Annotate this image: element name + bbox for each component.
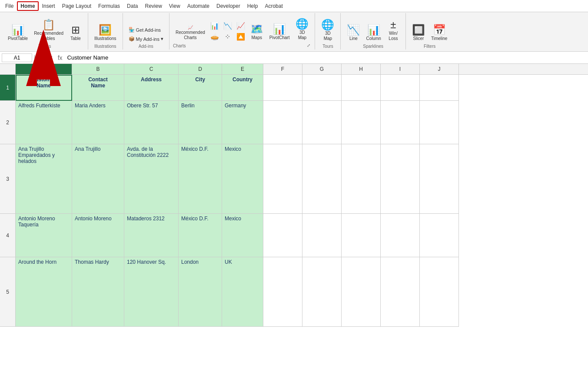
menu-formulas[interactable]: Formulas [95,2,123,10]
cell-i5[interactable] [381,257,420,327]
cell-j1[interactable] [420,75,459,101]
menu-acrobat[interactable]: Acrobat [261,2,286,10]
area-chart-button[interactable]: 📈 [235,21,247,31]
cell-g1[interactable] [302,75,342,101]
cell-e4[interactable]: Mexico [222,214,263,257]
column-sparkline-button[interactable]: 📊 Column [363,23,383,43]
pivottable-button[interactable]: 📊 PivotTable [5,23,30,43]
cell-g3[interactable] [302,144,342,214]
cell-j2[interactable] [420,101,459,144]
bar-chart-button[interactable]: 📊 [209,21,221,31]
menu-developer[interactable]: Developer [213,2,244,10]
cell-h3[interactable] [342,144,381,214]
cell-h5[interactable] [342,257,381,327]
confirm-formula-button[interactable]: ✓ [47,54,55,61]
cell-a5[interactable]: Around the Horn [16,257,72,327]
waterfall-chart-button[interactable]: 🔼 [235,32,247,42]
get-addins-button[interactable]: 🏪 Get Add-ins [126,26,166,34]
cell-c2[interactable]: Obere Str. 57 [124,101,179,144]
col-header-a[interactable]: A [16,64,72,74]
slicer-button[interactable]: 🔲 Slicer [409,23,428,43]
cell-f5[interactable] [263,257,302,327]
name-box[interactable] [2,53,32,62]
cell-d1[interactable]: City [179,75,222,101]
cell-a1[interactable]: CustomerName [16,75,72,101]
col-header-f[interactable]: F [263,64,302,74]
col-header-h[interactable]: H [342,64,381,74]
row-num-5[interactable]: 5 [0,257,16,327]
illustrations-button[interactable]: 🖼️ Illustrations [92,23,119,43]
menu-view[interactable]: View [166,2,184,10]
cell-i4[interactable] [381,214,420,257]
col-header-g[interactable]: G [302,64,342,74]
row-num-1[interactable]: 1 [0,75,16,101]
pie-chart-button[interactable]: 🥧 [209,32,221,42]
cell-h4[interactable] [342,214,381,257]
table-button[interactable]: ⊞ Table [67,23,84,43]
menu-insert[interactable]: Insert [39,2,59,10]
cell-c1[interactable]: Address [124,75,179,101]
cell-f2[interactable] [263,101,302,144]
cancel-formula-button[interactable]: ✕ [37,54,45,61]
cell-i3[interactable] [381,144,420,214]
timeline-button[interactable]: 📅 Timeline [429,23,450,43]
cell-a3[interactable]: Ana Trujillo Emparedados y helados [16,144,72,214]
menu-file[interactable]: File [2,2,17,10]
cell-g2[interactable] [302,101,342,144]
cell-j5[interactable] [420,257,459,327]
cell-f4[interactable] [263,214,302,257]
cell-b5[interactable]: Thomas Hardy [72,257,124,327]
col-header-e[interactable]: E [222,64,263,74]
menu-page-layout[interactable]: Page Layout [59,2,95,10]
cell-f3[interactable] [263,144,302,214]
cell-c3[interactable]: Avda. de la Constitución 2222 [124,144,179,214]
scatter-chart-button[interactable]: ⁘ [222,32,234,42]
menu-data[interactable]: Data [123,2,141,10]
row-num-4[interactable]: 4 [0,214,16,257]
my-addins-button[interactable]: 📦 My Add-ins ▾ [126,35,166,43]
pivotchart-button[interactable]: 📊 PivotChart [267,22,292,42]
cell-e1[interactable]: Country [222,75,263,101]
cell-a4[interactable]: Antonio Moreno Taquería [16,214,72,257]
col-header-j[interactable]: J [420,64,459,74]
cell-d2[interactable]: Berlin [179,101,222,144]
cell-h2[interactable] [342,101,381,144]
recommended-charts-button[interactable]: 📈 RecommendedCharts [173,23,208,42]
cell-c4[interactable]: Mataderos 2312 [124,214,179,257]
cell-g4[interactable] [302,214,342,257]
cell-d4[interactable]: México D.F. [179,214,222,257]
cell-i2[interactable] [381,101,420,144]
cell-e3[interactable]: Mexico [222,144,263,214]
line-chart-button[interactable]: 📉 [222,21,234,31]
cell-j3[interactable] [420,144,459,214]
row-num-3[interactable]: 3 [0,144,16,214]
recommended-tables-button[interactable]: 📋 RecommendedTables [31,18,66,43]
charts-expand-button[interactable]: ⤢ [306,42,311,49]
menu-automate[interactable]: Automate [184,2,213,10]
cell-j4[interactable] [420,214,459,257]
col-header-b[interactable]: B [72,64,124,74]
cell-b4[interactable]: Antonio Moreno [72,214,124,257]
cell-b1[interactable]: ContactName [72,75,124,101]
menu-home[interactable]: Home [17,1,38,11]
line-sparkline-button[interactable]: 📉 Line [344,23,362,43]
3d-map-tours-button[interactable]: 🌐 3DMap [319,18,337,43]
col-header-c[interactable]: C [124,64,179,74]
cell-a2[interactable]: Alfreds Futterkiste [16,101,72,144]
cell-e2[interactable]: Germany [222,101,263,144]
cell-e5[interactable]: UK [222,257,263,327]
winloss-sparkline-button[interactable]: ± Win/Loss [385,18,402,43]
row-num-2[interactable]: 2 [0,101,16,144]
cell-d5[interactable]: London [179,257,222,327]
col-header-i[interactable]: I [381,64,420,74]
cell-i1[interactable] [381,75,420,101]
menu-help[interactable]: Help [244,2,262,10]
cell-g5[interactable] [302,257,342,327]
cell-d3[interactable]: México D.F. [179,144,222,214]
insert-function-button[interactable]: fx [56,54,64,61]
cell-b2[interactable]: Maria Anders [72,101,124,144]
menu-review[interactable]: Review [141,2,165,10]
cell-f1[interactable] [263,75,302,101]
col-header-d[interactable]: D [179,64,222,74]
cell-b3[interactable]: Ana Trujillo [72,144,124,214]
